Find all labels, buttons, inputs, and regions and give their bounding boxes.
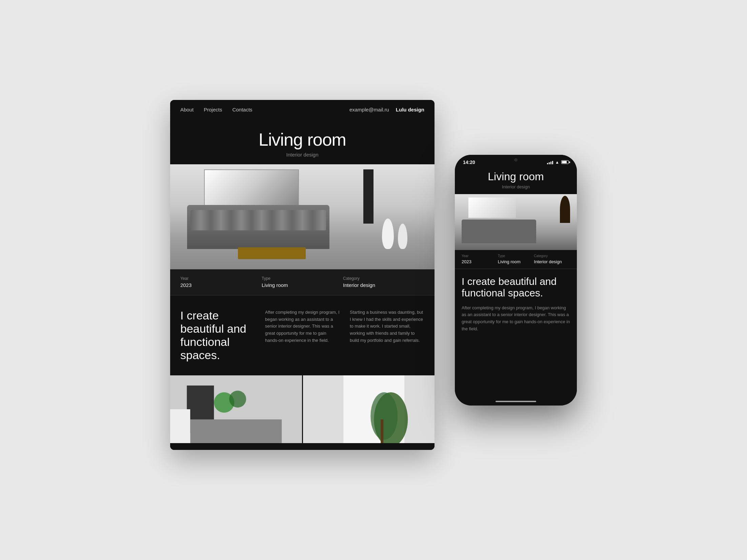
svg-point-9	[370, 392, 398, 440]
desktop-mockup: About Projects Contacts example@mail.ru …	[170, 100, 435, 450]
phone-para: After completing my design program, I be…	[462, 305, 570, 333]
signal-bar-4	[552, 161, 553, 164]
nav-right: example@mail.ru Lulu design	[349, 107, 424, 112]
category-label: Category	[343, 276, 424, 281]
desktop-meta: Year 2023 Type Living room Category Inte…	[170, 269, 435, 295]
svg-rect-2	[190, 419, 282, 443]
phone-home-indicator	[496, 401, 536, 402]
nav-email: example@mail.ru	[349, 107, 389, 112]
nav-brand: Lulu design	[396, 107, 424, 112]
category-value: Interior design	[343, 282, 375, 288]
phone-mockup: 14:20 ▲ Living room Interior design	[455, 155, 577, 406]
phone-year-value: 2023	[462, 259, 471, 264]
type-label: Type	[262, 276, 343, 281]
svg-rect-10	[381, 419, 383, 443]
type-value: Living room	[262, 282, 288, 288]
desktop-nav: About Projects Contacts example@mail.ru …	[170, 100, 435, 119]
phone-category-label: Category	[534, 254, 570, 258]
signal-icon	[547, 160, 553, 164]
desktop-content: I create beautiful and functional spaces…	[170, 295, 435, 375]
gallery-image-1	[170, 375, 302, 443]
meta-category: Category Interior design	[343, 276, 424, 288]
battery-fill	[562, 161, 567, 163]
phone-camera	[514, 158, 518, 162]
phone-type-value: Living room	[498, 259, 521, 264]
phone-hero-image	[455, 194, 577, 250]
nav-left: About Projects Contacts	[180, 107, 253, 112]
phone-meta-year: Year 2023	[462, 254, 498, 265]
desktop-hero-text: Living room Interior design	[170, 119, 435, 164]
phone-screen: 14:20 ▲ Living room Interior design	[455, 155, 577, 406]
phone-interior-scene	[455, 194, 577, 250]
meta-type: Type Living room	[262, 276, 343, 288]
phone-time: 14:20	[463, 160, 475, 165]
phone-category-value: Interior design	[534, 259, 562, 264]
gallery-image-2	[303, 375, 435, 443]
phone-sofa	[462, 220, 536, 243]
svg-point-4	[229, 391, 246, 408]
phone-year-label: Year	[462, 254, 498, 258]
phone-meta-category: Category Interior design	[534, 254, 570, 265]
year-label: Year	[180, 276, 262, 281]
phone-plant	[560, 196, 570, 223]
phone-meta-type: Type Living room	[498, 254, 534, 265]
signal-bar-1	[547, 163, 548, 164]
interior-scene	[170, 164, 435, 269]
desktop-hero-subtitle: Interior design	[177, 152, 428, 158]
vase-1	[382, 219, 394, 249]
phone-type-label: Type	[498, 254, 534, 258]
phone-hero-text: Living room Interior design	[455, 167, 577, 194]
vase-2	[398, 224, 407, 249]
desktop-hero-image	[170, 164, 435, 269]
meta-year: Year 2023	[180, 276, 262, 288]
wall-art-2	[363, 169, 374, 224]
desktop-tagline: I create beautiful and functional spaces…	[180, 309, 255, 362]
phone-hero-title: Living room	[462, 170, 570, 183]
signal-bar-3	[550, 162, 551, 164]
phone-content: I create beautiful and functional spaces…	[455, 269, 577, 339]
nav-about[interactable]: About	[180, 107, 194, 112]
sofa	[187, 205, 329, 249]
nav-projects[interactable]: Projects	[204, 107, 222, 112]
phone-meta: Year 2023 Type Living room Category Inte…	[455, 250, 577, 269]
phone-tagline: I create beautiful and functional spaces…	[462, 276, 570, 299]
signal-bar-2	[549, 162, 550, 164]
phone-wall-art	[468, 198, 516, 218]
desktop-para-1: After completing my design program, I be…	[265, 309, 340, 344]
coffee-table	[238, 247, 306, 259]
wifi-icon: ▲	[555, 160, 559, 165]
desktop-gallery	[170, 375, 435, 450]
phone-status-icons: ▲	[547, 160, 569, 165]
battery-icon	[561, 160, 569, 164]
nav-contacts[interactable]: Contacts	[232, 107, 252, 112]
phone-hero-subtitle: Interior design	[462, 184, 570, 189]
svg-rect-5	[170, 409, 190, 443]
year-value: 2023	[180, 282, 191, 288]
wall-art	[204, 169, 299, 207]
desktop-hero-title: Living room	[177, 129, 428, 150]
desktop-para-2: Starting a business was daunting, but I …	[350, 309, 424, 344]
